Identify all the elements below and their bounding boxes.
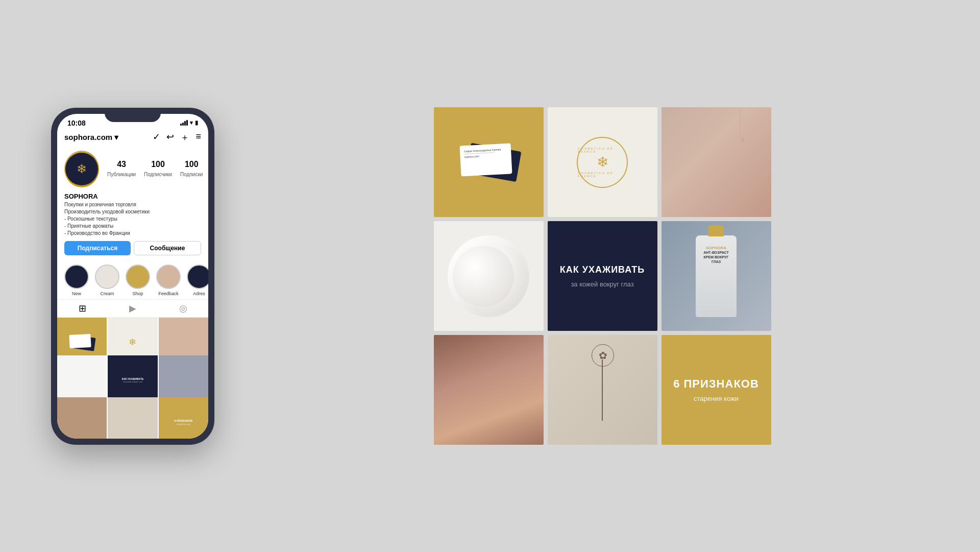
phone-notch xyxy=(105,108,161,122)
business-card-stack: София Александровна Орлова sophora.com xyxy=(458,142,519,183)
portrait-image xyxy=(434,335,544,445)
avatar-ring[interactable]: ❄ xyxy=(64,151,99,187)
tab-tagged[interactable]: ◎ xyxy=(158,303,208,314)
highlight-circle-shop xyxy=(126,265,150,289)
highlight-circle-new xyxy=(64,265,89,289)
message-button[interactable]: Сообщение xyxy=(134,241,201,255)
status-icons: ▾ ▮ xyxy=(180,119,198,126)
followers-stat: 100 Подписчики xyxy=(144,160,172,178)
highlight-circle-feedback xyxy=(156,265,181,289)
highlight-new[interactable]: New xyxy=(64,265,89,296)
plant-stem xyxy=(602,359,603,421)
ig-cell-7[interactable] xyxy=(434,335,544,445)
grid-cell-9[interactable]: 6 ПРИЗНАКОВ старения кожи xyxy=(159,397,208,438)
profile-name: SOPHORA xyxy=(64,193,201,200)
ig-9-subtitle: старения кожи xyxy=(694,395,739,402)
top-icons: ✓ ↩ ＋ ≡ xyxy=(153,131,201,143)
cream-swirl xyxy=(448,235,529,317)
phone-mockup: 10:08 ▾ ▮ sophora xyxy=(51,108,214,445)
ig-5-title: КАК УХАЖИВАТЬ xyxy=(560,264,645,276)
chevron-down-icon: ▾ xyxy=(114,133,118,142)
ig-5-subtitle: за кожей вокруг глаз xyxy=(571,280,633,288)
swirl-inner xyxy=(453,246,514,307)
cell-9-sub: старения кожи xyxy=(177,423,190,425)
profile-desc: Покупки и розничная торговля Производите… xyxy=(64,201,201,237)
ig-cell-6[interactable]: SOPHORA АНТ-ВОЗРАСТКРЕМ ВОКРУГГЛАЗ xyxy=(662,221,771,331)
content-tabs: ⊞ ▶ ◎ xyxy=(57,299,208,318)
menu-icon[interactable]: ≡ xyxy=(195,131,201,143)
phone-wrapper: 10:08 ▾ ▮ sophora xyxy=(20,108,214,445)
face-dropper-image xyxy=(662,107,771,217)
snowflake-icon: ❄ xyxy=(129,337,136,348)
action-buttons: Подписаться Сообщение xyxy=(64,241,201,255)
profile-header: ❄ 43 Публикации 100 Подписчики xyxy=(64,151,201,187)
page-layout: 10:08 ▾ ▮ sophora xyxy=(0,0,980,552)
logo-text-bottom: COSMETICS DE FRANCE xyxy=(578,172,627,178)
ig-cell-9[interactable]: 6 ПРИЗНАКОВ старения кожи xyxy=(662,335,771,445)
stats-section: 43 Публикации 100 Подписчики 100 Подписк… xyxy=(107,160,203,178)
highlight-shop[interactable]: Shop xyxy=(126,265,150,296)
ig-9-title: 6 ПРИЗНАКОВ xyxy=(673,377,759,391)
profile-section: ❄ 43 Публикации 100 Подписчики xyxy=(57,147,208,259)
battery-icon: ▮ xyxy=(195,119,198,126)
checkmark-icon[interactable]: ✓ xyxy=(153,131,160,143)
logo-snowflake-icon: ❄ xyxy=(597,154,608,171)
ig-cell-8[interactable] xyxy=(548,335,657,445)
posts-grid-preview: ❄ КАК УХАЖИВАТЬ за кожей вокруг глаз 6 П… xyxy=(57,318,208,439)
ig-cell-1[interactable]: София Александровна Орлова sophora.com xyxy=(434,107,544,217)
highlight-feedback[interactable]: Feedback xyxy=(156,265,181,296)
highlight-cream[interactable]: Cream xyxy=(95,265,119,296)
top-bar: sophora.com ▾ ✓ ↩ ＋ ≡ xyxy=(57,129,208,147)
brand-logo-circle: COSMETICS DE FRANCE ❄ COSMETICS DE FRANC… xyxy=(577,137,628,188)
ig-cell-5[interactable]: КАК УХАЖИВАТЬ за кожей вокруг глаз xyxy=(548,221,657,331)
history-icon[interactable]: ↩ xyxy=(166,131,174,143)
avatar-icon: ❄ xyxy=(77,162,87,176)
ig-cell-3[interactable] xyxy=(662,107,771,217)
highlights-row: New Cream Shop Feedback xyxy=(57,259,208,299)
ig-cell-4[interactable] xyxy=(434,221,544,331)
tab-grid[interactable]: ⊞ xyxy=(57,303,108,314)
tube-brand: SOPHORA xyxy=(706,246,726,250)
logo-text-top: COSMETICS DE FRANCE xyxy=(578,147,627,153)
grid-cell-8[interactable] xyxy=(108,397,157,438)
subscribe-button[interactable]: Подписаться xyxy=(64,241,131,255)
ig-cell-2[interactable]: COSMETICS DE FRANCE ❄ COSMETICS DE FRANC… xyxy=(548,107,657,217)
instagram-grid: София Александровна Орлова sophora.com C… xyxy=(434,107,771,445)
bc-front: София Александровна Орлова sophora.com xyxy=(459,143,512,176)
product-tube: SOPHORA АНТ-ВОЗРАСТКРЕМ ВОКРУГГЛАЗ xyxy=(696,235,737,317)
highlight-adres[interactable]: Adres xyxy=(187,265,208,296)
tube-label: АНТ-ВОЗРАСТКРЕМ ВОКРУГГЛАЗ xyxy=(703,250,729,264)
phone-screen: 10:08 ▾ ▮ sophora xyxy=(57,114,208,439)
signal-icon xyxy=(180,120,188,126)
tab-reels[interactable]: ▶ xyxy=(108,303,158,314)
following-stat: 100 Подписки xyxy=(180,160,203,178)
add-icon[interactable]: ＋ xyxy=(180,131,189,143)
wifi-icon: ▾ xyxy=(190,119,193,126)
status-time: 10:08 xyxy=(67,119,86,127)
posts-stat: 43 Публикации xyxy=(107,160,136,178)
avatar-inner: ❄ xyxy=(65,153,98,185)
username[interactable]: sophora.com ▾ xyxy=(64,133,118,142)
plant-top xyxy=(592,344,614,367)
highlight-circle-cream xyxy=(95,265,119,289)
cell-5-sub: за кожей вокруг глаз xyxy=(123,380,142,383)
tube-cap xyxy=(708,225,724,236)
grid-cell-7[interactable] xyxy=(57,397,107,438)
instagram-grid-section: София Александровна Орлова sophora.com C… xyxy=(245,107,960,445)
highlight-circle-adres xyxy=(187,265,208,289)
